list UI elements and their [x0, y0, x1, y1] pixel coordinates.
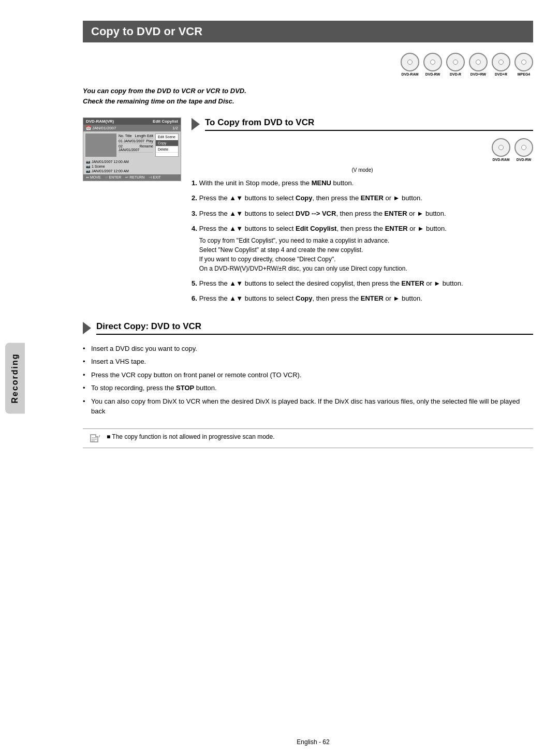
- disc-label-dvd-plus-rw: DVD+RW: [470, 72, 486, 77]
- intro-line1: You can copy from the DVD to VCR or VCR …: [83, 86, 533, 97]
- step-5: 5. Press the ▲▼ buttons to select the de…: [192, 278, 533, 289]
- info-line1: 📷 JAN/01/2007 12:00 AM: [86, 160, 178, 164]
- step-1: 1. With the unit in Stop mode, press the…: [192, 178, 533, 188]
- list-item: No. Title Length Edit: [119, 134, 153, 139]
- footer-exit: ⊣ EXIT: [149, 175, 161, 180]
- screenshot-info: 📷 JAN/01/2007 12:00 AM 📷 1 Scene 📷 JAN/0…: [83, 159, 181, 174]
- step-6: 6. Press the ▲▼ buttons to select Copy, …: [192, 293, 533, 304]
- page-number: English - 62: [297, 738, 329, 746]
- disc-label-dvd-plus-r: DVD+R: [495, 72, 507, 77]
- sub-disc-icon-dvd-rw: DVD-RW: [514, 138, 533, 162]
- thumbnail-list: No. Title Length Edit 01 JAN/01/2007 Pla…: [119, 134, 153, 157]
- step5-num: 5.: [192, 278, 197, 289]
- disc-circle-mpeg4: [514, 53, 533, 71]
- sub-disc-circle-dvd-ram: [492, 138, 510, 157]
- disc-label-dvd-ram: DVD-RAM: [401, 72, 418, 77]
- info-line3: 📷 JAN/01/2007 12:00 AM: [86, 169, 178, 173]
- disc-circle-dvd-plus-r: [492, 53, 510, 71]
- bullet-2: Insert a VHS tape.: [83, 355, 533, 368]
- section2-wrapper: Direct Copy: DVD to VCR Insert a DVD dis…: [83, 321, 533, 418]
- bullet-5: You can also copy from DivX to VCR when …: [83, 395, 533, 418]
- info-line2: 📷 1 Scene: [86, 165, 178, 169]
- main-content: Copy to DVD or VCR DVD-RAM DVD-RW DVD-R …: [67, 0, 559, 756]
- disc-icon-dvd-ram: DVD-RAM: [401, 53, 419, 77]
- step5-content: Press the ▲▼ buttons to select the desir…: [199, 278, 533, 289]
- content-column: To Copy from DVD to VCR DVD-RAM DVD-RW (…: [192, 117, 533, 309]
- disc-icon-dvd-plus-r: DVD+R: [492, 53, 510, 77]
- thumbnail-image: [85, 134, 116, 157]
- screenshot-header-right: Edit Copylist: [153, 119, 178, 124]
- disc-circle-dvd-rw: [423, 53, 442, 71]
- bullet-list: Insert a DVD disc you want to copy. Inse…: [83, 342, 533, 418]
- bullet-4: To stop recording, press the STOP button…: [83, 381, 533, 395]
- disc-icons-row: DVD-RAM DVD-RW DVD-R DVD+RW DVD+R MPEG4: [83, 53, 533, 77]
- step4-note: To copy from "Edit Copylist", you need t…: [199, 236, 533, 273]
- intro-text: You can copy from the DVD to VCR or VCR …: [83, 86, 533, 108]
- sub-disc-circle-dvd-rw: [514, 138, 533, 157]
- bullet-3: Press the VCR copy button on front panel…: [83, 368, 533, 382]
- footer-return: ↩ RETURN: [125, 175, 144, 180]
- context-menu-item-copy: Copy: [156, 140, 178, 146]
- item-date2: 02 JAN/01/2007: [119, 144, 139, 152]
- page-title: Copy to DVD or VCR: [83, 21, 533, 42]
- disc-label-dvd-rw: DVD-RW: [425, 72, 440, 77]
- steps-list: 1. With the unit in Stop mode, press the…: [192, 178, 533, 304]
- screenshot-thumbnail: No. Title Length Edit 01 JAN/01/2007 Pla…: [83, 131, 181, 159]
- sub-disc-label-dvd-rw: DVD-RW: [517, 158, 532, 162]
- sub-disc-icon-dvd-ram: DVD-RAM: [492, 138, 510, 162]
- note-svg-icon: [90, 434, 101, 443]
- page-wrapper: Recording Copy to DVD or VCR DVD-RAM DVD…: [0, 0, 559, 756]
- section1-heading-row: To Copy from DVD to VCR: [192, 117, 533, 131]
- sub-disc-icons: DVD-RAM DVD-RW: [192, 138, 533, 162]
- sub-disc-label-dvd-ram: DVD-RAM: [492, 158, 509, 162]
- screenshot-subheader-left: 📅 JAN/01/2007: [86, 126, 116, 130]
- section1-wrapper: DVD-RAM(VR) Edit Copylist 📅 JAN/01/2007 …: [83, 117, 533, 309]
- context-menu: Edit Scene Copy Delete: [155, 134, 179, 157]
- list-item: 01 JAN/01/2007 Play: [119, 139, 153, 144]
- recording-tab: Recording: [5, 343, 25, 413]
- sidebar: Recording: [0, 0, 67, 756]
- note-box: ■ The copy function is not allowed in pr…: [83, 428, 533, 448]
- list-item: 02 JAN/01/2007 Rename: [119, 144, 153, 153]
- step-4: 4. Press the ▲▼ buttons to select Edit C…: [192, 224, 533, 273]
- step1-content: With the unit in Stop mode, press the ME…: [199, 178, 533, 188]
- step-2: 2. Press the ▲▼ buttons to select Copy, …: [192, 193, 533, 203]
- intro-line2: Check the remaining time on the tape and…: [83, 96, 533, 107]
- context-menu-item: Edit Scene: [156, 134, 178, 140]
- screenshot-panel: DVD-RAM(VR) Edit Copylist 📅 JAN/01/2007 …: [83, 117, 181, 309]
- disc-icon-dvd-rw: DVD-RW: [423, 53, 442, 77]
- screenshot-footer: ⇔ MOVE ☞ ENTER ↩ RETURN ⊣ EXIT: [83, 174, 181, 181]
- disc-icon-mpeg4: MPEG4: [514, 53, 533, 77]
- step1-num: 1.: [192, 178, 197, 188]
- item-num: No. Title: [119, 134, 132, 138]
- section-arrow-icon: [192, 118, 200, 130]
- section2-heading-row: Direct Copy: DVD to VCR: [83, 321, 533, 335]
- step4-content: Press the ▲▼ buttons to select Edit Copy…: [199, 224, 533, 273]
- step3-content: Press the ▲▼ buttons to select DVD --> V…: [199, 209, 533, 219]
- disc-label-dvd-r: DVD-R: [450, 72, 461, 77]
- item-action: Length Edit: [135, 134, 153, 138]
- disc-circle-dvd-r: [446, 53, 465, 71]
- screenshot-subheader: 📅 JAN/01/2007 1/2: [83, 125, 181, 131]
- disc-icon-dvd-plus-rw: DVD+RW: [469, 53, 488, 77]
- item-date1: 01 JAN/01/2007: [119, 139, 144, 143]
- disc-icon-dvd-r: DVD-R: [446, 53, 465, 77]
- screenshot-header: DVD-RAM(VR) Edit Copylist: [83, 118, 181, 125]
- footer-move: ⇔ MOVE: [86, 175, 101, 180]
- note-text: ■ The copy function is not allowed in pr…: [107, 433, 275, 440]
- step2-num: 2.: [192, 193, 197, 203]
- step4-num: 4.: [192, 224, 197, 273]
- screenshot-image: DVD-RAM(VR) Edit Copylist 📅 JAN/01/2007 …: [83, 117, 181, 181]
- disc-label-mpeg4: MPEG4: [518, 72, 531, 77]
- screenshot-header-left: DVD-RAM(VR): [86, 119, 114, 124]
- disc-circle-dvd-plus-rw: [469, 53, 488, 71]
- context-menu-item-delete: Delete: [156, 146, 178, 153]
- step-3: 3. Press the ▲▼ buttons to select DVD --…: [192, 209, 533, 219]
- disc-circle-dvd-ram: [401, 53, 419, 71]
- step6-num: 6.: [192, 293, 197, 304]
- step6-content: Press the ▲▼ buttons to select Copy, the…: [199, 293, 533, 304]
- step2-content: Press the ▲▼ buttons to select Copy, the…: [199, 193, 533, 203]
- item-action1: Play: [146, 139, 153, 143]
- bullet-1: Insert a DVD disc you want to copy.: [83, 342, 533, 355]
- step3-num: 3.: [192, 209, 197, 219]
